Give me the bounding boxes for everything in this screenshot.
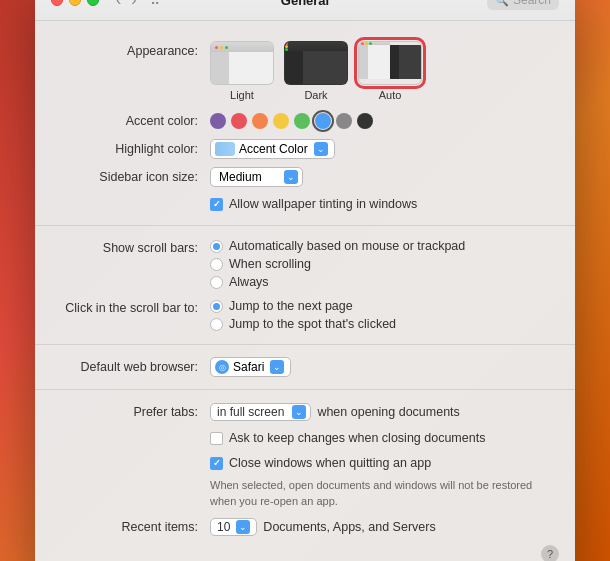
- recent-items-row: Recent items: 10 ⌄ Documents, Apps, and …: [35, 513, 575, 541]
- appearance-label-auto: Auto: [379, 89, 402, 101]
- grid-icon: ⠿: [150, 0, 160, 8]
- prefer-tabs-label: Prefer tabs:: [35, 402, 210, 422]
- sidebar-icon-size-select[interactable]: Medium ⌄: [210, 167, 303, 187]
- nav-buttons: ‹ ›: [113, 0, 140, 8]
- recent-items-value: 10: [217, 520, 230, 534]
- sidebar-icon-size-value: Medium: [219, 170, 262, 184]
- help-button[interactable]: ?: [541, 545, 559, 561]
- click-next-page: Jump to the next page: [210, 298, 396, 314]
- accent-blue[interactable]: [315, 113, 331, 129]
- thumb-main-auto-light: [368, 45, 390, 79]
- ask-keep-changes-content: Ask to keep changes when closing documen…: [210, 429, 551, 447]
- thumb-bar-light: [211, 42, 273, 52]
- accent-red[interactable]: [231, 113, 247, 129]
- accent-colors: [210, 113, 551, 129]
- close-windows-note: When selected, open documents and window…: [35, 478, 575, 509]
- show-scroll-bars-content: Automatically based on mouse or trackpad…: [210, 238, 551, 290]
- accent-black[interactable]: [357, 113, 373, 129]
- highlight-color-value: Accent Color: [239, 142, 308, 156]
- scroll-bars-auto: Automatically based on mouse or trackpad: [210, 238, 465, 254]
- checkmark-icon: ✓: [213, 199, 221, 209]
- recent-items-suffix: Documents, Apps, and Servers: [263, 520, 435, 534]
- thumb-bar-dark: [285, 42, 347, 51]
- search-placeholder: Search: [513, 0, 551, 7]
- highlight-swatch: [215, 142, 235, 156]
- default-browser-select[interactable]: ◎ Safari ⌄: [210, 357, 291, 377]
- window-title: General: [281, 0, 329, 8]
- click-next-page-label: Jump to the next page: [229, 299, 353, 313]
- highlight-color-content: Accent Color ⌄: [210, 139, 551, 159]
- chevron-down-icon-5: ⌄: [239, 522, 247, 532]
- accent-orange[interactable]: [252, 113, 268, 129]
- chevron-down-icon-3: ⌄: [273, 362, 281, 372]
- prefer-tabs-value: in full screen: [217, 405, 284, 419]
- checkmark-icon-2: ✓: [213, 458, 221, 468]
- sidebar-size-chevron: ⌄: [284, 170, 298, 184]
- scroll-bars-scrolling-label: When scrolling: [229, 257, 311, 271]
- close-windows-checkbox[interactable]: ✓: [210, 457, 223, 470]
- maximize-button[interactable]: [87, 0, 99, 6]
- show-scroll-bars-label: Show scroll bars:: [35, 238, 210, 258]
- default-browser-value: Safari: [233, 360, 264, 374]
- prefer-tabs-chevron: ⌄: [292, 405, 306, 419]
- appearance-label-light: Light: [230, 89, 254, 101]
- scroll-bars-scrolling-radio[interactable]: [210, 258, 223, 271]
- chevron-down-icon-4: ⌄: [295, 407, 303, 417]
- appearance-options: Light: [210, 41, 551, 101]
- ask-keep-checkbox-row: Ask to keep changes when closing documen…: [210, 429, 485, 447]
- scroll-bars-always-label: Always: [229, 275, 269, 289]
- click-spot-radio[interactable]: [210, 318, 223, 331]
- ask-keep-changes-checkbox[interactable]: [210, 432, 223, 445]
- close-windows-text: Close windows when quitting an app: [229, 456, 431, 470]
- wallpaper-tinting-row: ✓ Allow wallpaper tinting in windows: [35, 191, 575, 217]
- appearance-option-auto[interactable]: Auto: [358, 41, 422, 101]
- appearance-option-dark[interactable]: Dark: [284, 41, 348, 101]
- forward-button[interactable]: ›: [128, 0, 139, 8]
- thumb-sidebar-auto-light: [359, 45, 368, 79]
- search-icon: 🔍: [495, 0, 509, 7]
- thumb-main-dark: [303, 51, 347, 85]
- scroll-bars-always-radio[interactable]: [210, 276, 223, 289]
- prefer-tabs-content: in full screen ⌄ when opening documents: [210, 403, 551, 421]
- appearance-option-light[interactable]: Light: [210, 41, 274, 101]
- click-next-page-radio[interactable]: [210, 300, 223, 313]
- browser-chevron: ⌄: [270, 360, 284, 374]
- click-scroll-radio-group: Jump to the next page Jump to the spot t…: [210, 298, 396, 332]
- appearance-label: Appearance:: [35, 41, 210, 61]
- thumb-main-light: [229, 52, 273, 85]
- scroll-bars-auto-radio[interactable]: [210, 240, 223, 253]
- thumb-sidebar-dark: [285, 51, 303, 85]
- minimize-button[interactable]: [69, 0, 81, 6]
- highlight-color-select[interactable]: Accent Color ⌄: [210, 139, 335, 159]
- close-button[interactable]: [51, 0, 63, 6]
- search-box[interactable]: 🔍 Search: [487, 0, 559, 10]
- prefer-tabs-suffix: when opening documents: [317, 405, 459, 419]
- recent-items-stepper[interactable]: 10 ⌄: [210, 518, 257, 536]
- window: ‹ › ⠿ General 🔍 Search Appearance:: [35, 0, 575, 561]
- help-section: ?: [35, 541, 575, 561]
- ask-keep-changes-text: Ask to keep changes when closing documen…: [229, 431, 485, 445]
- thumb-sidebar-light: [211, 52, 229, 85]
- thumb-body-light: [211, 52, 273, 85]
- titlebar: ‹ › ⠿ General 🔍 Search: [35, 0, 575, 21]
- scroll-bars-radio-group: Automatically based on mouse or trackpad…: [210, 238, 465, 290]
- default-browser-content: ◎ Safari ⌄: [210, 357, 551, 377]
- prefer-tabs-select[interactable]: in full screen ⌄: [210, 403, 311, 421]
- thumb-body-auto: [359, 45, 421, 79]
- accent-color-row: Accent color:: [35, 105, 575, 135]
- accent-purple[interactable]: [210, 113, 226, 129]
- scroll-bars-scrolling: When scrolling: [210, 256, 465, 272]
- close-windows-row: ✓ Close windows when quitting an app: [35, 451, 575, 476]
- appearance-row: Appearance:: [35, 37, 575, 105]
- radio-inner-2: [213, 303, 220, 310]
- wallpaper-tinting-checkbox[interactable]: ✓: [210, 198, 223, 211]
- accent-yellow[interactable]: [273, 113, 289, 129]
- back-button[interactable]: ‹: [113, 0, 124, 8]
- wallpaper-tinting-text: Allow wallpaper tinting in windows: [229, 197, 417, 211]
- recent-items-content: 10 ⌄ Documents, Apps, and Servers: [210, 518, 551, 536]
- accent-green[interactable]: [294, 113, 310, 129]
- close-windows-content: ✓ Close windows when quitting an app: [210, 454, 551, 472]
- accent-gray[interactable]: [336, 113, 352, 129]
- dot-red: [215, 46, 218, 49]
- dot-green: [225, 46, 228, 49]
